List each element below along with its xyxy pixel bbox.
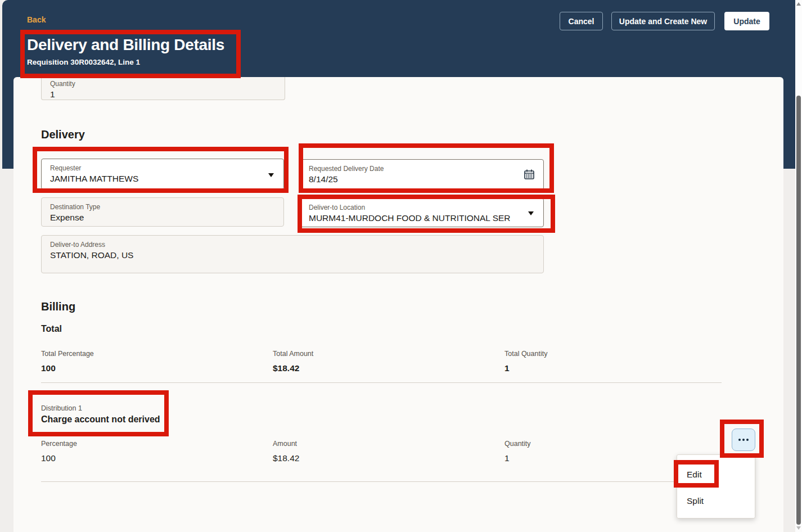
- distribution-amount-label: Amount: [273, 440, 297, 448]
- distribution-quantity-value: 1: [504, 453, 510, 463]
- divider: [41, 481, 722, 482]
- chevron-down-icon[interactable]: [268, 173, 274, 177]
- deliver-to-address-value: STATION, ROAD, US: [50, 250, 535, 260]
- deliver-to-location-field[interactable]: Deliver-to Location MURM41-MURDOCH FOOD …: [300, 198, 544, 227]
- billing-total-heading: Total: [41, 324, 62, 334]
- deliver-to-location-label: Deliver-to Location: [309, 204, 535, 211]
- distribution-status: Charge account not derived: [41, 414, 160, 425]
- menu-item-split[interactable]: Split: [677, 488, 755, 514]
- divider: [41, 382, 722, 383]
- requester-field[interactable]: Requester JAMITHA MATTHEWS: [41, 159, 284, 190]
- chevron-down-icon[interactable]: [528, 211, 534, 215]
- page-subtitle: Requisition 30R0032642, Line 1: [27, 58, 140, 66]
- total-amount-label: Total Amount: [273, 350, 313, 358]
- requested-delivery-date-field[interactable]: Requested Delivery Date 8/14/25: [300, 159, 544, 190]
- page-title: Delivery and Billing Details: [27, 36, 224, 54]
- distribution-amount-value: $18.42: [273, 453, 299, 463]
- calendar-icon[interactable]: [524, 169, 534, 179]
- scrollbar-thumb[interactable]: [796, 96, 801, 525]
- quantity-field: Quantity 1: [41, 77, 285, 100]
- deliver-to-address-label: Deliver-to Address: [50, 241, 535, 249]
- scroll-up-icon[interactable]: [796, 2, 801, 6]
- actions-menu: Edit Split: [677, 454, 755, 519]
- total-quantity-value: 1: [504, 363, 510, 373]
- scroll-down-icon[interactable]: [796, 526, 801, 530]
- distribution-label: Distribution 1: [41, 404, 82, 412]
- menu-item-edit[interactable]: Edit: [677, 461, 755, 488]
- quantity-label: Quantity: [50, 80, 276, 88]
- requester-label: Requester: [50, 164, 275, 172]
- cancel-button[interactable]: Cancel: [560, 12, 603, 30]
- requester-value: JAMITHA MATTHEWS: [50, 174, 275, 184]
- actions-button[interactable]: [732, 429, 755, 451]
- deliver-to-location-value: MURM41-MURDOCH FOOD & NUTRITIONAL SER: [309, 213, 535, 223]
- content-card: [13, 77, 783, 532]
- total-percentage-label: Total Percentage: [41, 350, 94, 358]
- delivery-section-heading: Delivery: [41, 128, 85, 141]
- total-amount-value: $18.42: [273, 363, 299, 373]
- distribution-percentage-value: 100: [41, 453, 56, 463]
- update-button[interactable]: Update: [724, 12, 769, 30]
- total-percentage-value: 100: [41, 363, 56, 373]
- requested-delivery-date-label: Requested Delivery Date: [309, 165, 535, 173]
- destination-type-label: Destination Type: [50, 203, 275, 211]
- total-quantity-label: Total Quantity: [504, 350, 547, 358]
- ellipsis-icon: [738, 439, 741, 441]
- destination-type-value: Expense: [50, 213, 275, 223]
- destination-type-field: Destination Type Expense: [41, 197, 284, 227]
- update-and-create-new-button[interactable]: Update and Create New: [611, 12, 715, 30]
- distribution-percentage-label: Percentage: [41, 440, 77, 448]
- deliver-to-address-field: Deliver-to Address STATION, ROAD, US: [41, 235, 544, 273]
- requested-delivery-date-value: 8/14/25: [309, 174, 535, 184]
- back-link[interactable]: Back: [27, 15, 46, 24]
- distribution-quantity-label: Quantity: [504, 440, 531, 448]
- quantity-value: 1: [50, 89, 276, 100]
- billing-section-heading: Billing: [41, 300, 75, 313]
